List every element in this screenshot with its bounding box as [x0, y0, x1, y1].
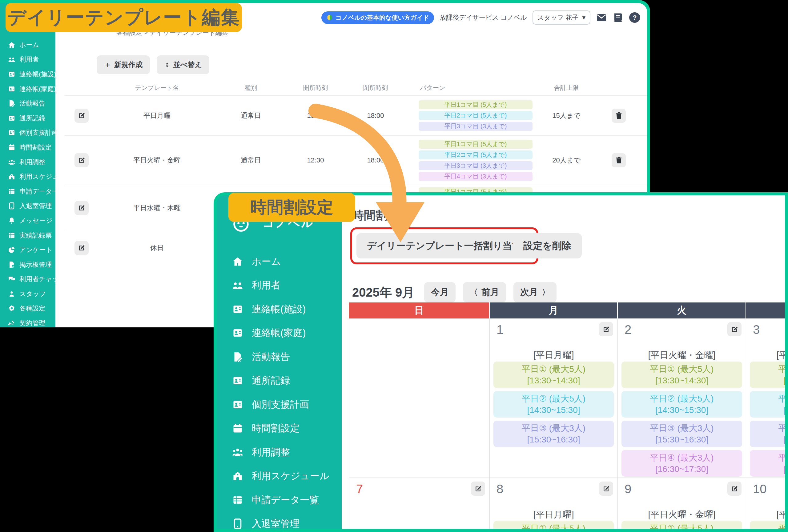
id-card-icon: [8, 85, 15, 93]
edit-day-button[interactable]: [599, 322, 613, 336]
sidebar-item-contact-family[interactable]: 連絡帳(家庭): [217, 321, 342, 345]
template-name: 平日水曜・木曜: [98, 203, 215, 212]
sidebar-item-application-data[interactable]: 申請データ一覧: [217, 488, 342, 512]
day-template-label: [平日火曜・金曜]: [618, 349, 746, 362]
sort-button[interactable]: 並べ替え: [157, 55, 209, 74]
time-slot: 平日① (最大5人)[13:30~14:30]: [622, 362, 742, 388]
next-month-button[interactable]: 次月〉: [513, 282, 556, 303]
edit-day-button[interactable]: [727, 322, 742, 336]
sidebar-item-usage-adjustment[interactable]: 利用調整: [217, 440, 342, 464]
id-card-icon: [232, 327, 243, 339]
sidebar-item-activity-report[interactable]: 活動報告: [217, 345, 342, 369]
sidebar-item-staff[interactable]: スタッフ: [0, 286, 55, 301]
edit-day-button[interactable]: [471, 482, 485, 496]
close-time: 18:00: [345, 156, 406, 164]
school-icon: [232, 470, 243, 482]
table-row: 平日月曜 通常日 13:00 18:00 平日1コマ目 (5人まで) 平日2コマ…: [65, 95, 647, 136]
edit-button[interactable]: [75, 109, 88, 123]
sidebar-item-label: 利用者チャット: [19, 275, 55, 283]
trash-icon: [615, 112, 623, 119]
calendar-cell[interactable]: 3 [平日水曜・木曜] 平日① (最大5人)[13:30~14:30] 平日② …: [746, 319, 785, 478]
edit-icon: [731, 326, 738, 333]
staff-select[interactable]: スタッフ 花子▾: [533, 11, 590, 25]
sidebar-item-home[interactable]: ホーム: [0, 38, 55, 52]
time-slot: 平日② (最大5人)[14:30~15:30]: [622, 391, 742, 417]
sidebar-item-home[interactable]: ホーム: [217, 249, 342, 273]
calendar-cell[interactable]: 2 [平日火曜・金曜] 平日① (最大5人)[13:30~14:30] 平日② …: [618, 319, 746, 478]
create-new-button[interactable]: ＋新規作成: [97, 55, 150, 74]
sidebar-item-timetable[interactable]: 時間割設定: [0, 140, 55, 155]
sidebar-item-label: 連絡帳(家庭): [19, 85, 55, 93]
sidebar-item-attendance-record[interactable]: 通所記録: [217, 369, 342, 393]
edit-icon: [603, 485, 610, 493]
sidebar-item-board-admin[interactable]: 掲示板管理: [0, 257, 55, 272]
id-card-icon: [232, 399, 243, 410]
edit-day-button[interactable]: [599, 482, 613, 496]
sidebar-item-support-plan[interactable]: 個別支援計画: [217, 393, 342, 416]
people-group-icon: [232, 447, 243, 458]
next-month-label: 次月: [520, 286, 538, 299]
sidebar-item-label: 通所記録: [252, 374, 290, 387]
sidebar-item-users[interactable]: 利用者: [217, 273, 342, 298]
sidebar-item-contact-facility[interactable]: 連絡帳(施設): [0, 67, 55, 82]
bell-icon: [8, 217, 15, 224]
sidebar-item-settings[interactable]: 各種設定: [0, 301, 55, 316]
delete-button[interactable]: [612, 153, 626, 167]
sidebar-item-label: ホーム: [19, 41, 39, 49]
sidebar-item-attendance-record[interactable]: 通所記録: [0, 111, 55, 125]
calendar-cell[interactable]: 1 [平日月曜] 平日① (最大5人)[13:30~14:30] 平日② (最大…: [490, 319, 618, 478]
sidebar-item-user-chat[interactable]: 利用者チャット: [0, 272, 55, 287]
edit-day-button[interactable]: [727, 482, 742, 496]
day-header-tuesday: 火: [618, 303, 746, 319]
calendar-cell[interactable]: [349, 319, 490, 478]
slot-time: [14:30~15:30]: [622, 405, 742, 416]
sidebar-item-survey[interactable]: アンケート: [0, 243, 55, 257]
sidebar-item-entry-exit[interactable]: 入退室管理: [0, 199, 55, 213]
slot-time: [13:30~14:30]: [493, 375, 614, 386]
calendar-cell[interactable]: 10 [平日水曜・木曜] 平日① (最大5人)[13:30~14:30]: [746, 478, 785, 529]
time-slot: 平日① (最大5人)[13:30~14:30]: [493, 362, 614, 388]
sidebar-item-record-sheet[interactable]: 実績記録票: [0, 228, 55, 243]
sidebar-item-contact-facility[interactable]: 連絡帳(施設): [217, 297, 342, 321]
calendar-cell[interactable]: 7: [349, 478, 490, 529]
day-number: 7: [356, 482, 363, 496]
prev-month-button[interactable]: 〈前月: [463, 282, 506, 303]
sidebar-item-users[interactable]: 利用者: [0, 52, 55, 67]
sidebar-item-messages[interactable]: メッセージ: [0, 213, 55, 228]
sidebar-item-label: ホーム: [252, 255, 281, 268]
sidebar-item-label: 利用調整: [19, 158, 45, 166]
sidebar-item-application-data[interactable]: 申請データ一覧: [0, 184, 55, 199]
sort-icon: [164, 62, 170, 68]
sidebar-item-activity-report[interactable]: 活動報告: [0, 96, 55, 111]
sort-label: 並べ替え: [173, 60, 202, 69]
pattern-pill: 平日3コマ目 (3人まで): [419, 161, 533, 170]
sidebar-item-support-plan[interactable]: 個別支援計画: [0, 125, 55, 140]
sidebar-item-timetable[interactable]: 時間割設定: [217, 416, 342, 441]
mail-icon[interactable]: [596, 12, 607, 23]
sidebar-item-contract[interactable]: 契約管理: [0, 316, 55, 327]
highlight-red-outline: デイリーテンプレート一括割り当て: [350, 227, 538, 264]
calendar-cell[interactable]: 8 [平日月曜] 平日① (最大5人)[13:30~14:30]: [490, 478, 618, 529]
manual-book-icon[interactable]: [613, 12, 624, 23]
timetable-main: 時間割設定 デイリーテンプレート一括割り当て 設定を削除 2025年 9月 今月…: [342, 196, 785, 529]
edit-button[interactable]: [75, 153, 88, 167]
sidebar-item-usage-adjustment[interactable]: 利用調整: [0, 155, 55, 169]
col-header-pattern: パターン: [406, 84, 545, 92]
day-number: 1: [496, 323, 503, 336]
slot-name: 平日① (最大5人): [622, 523, 742, 529]
calendar-cell[interactable]: 9 [平日火曜・金曜] 平日① (最大5人)[13:30~14:30]: [618, 478, 746, 529]
edit-button[interactable]: [75, 201, 88, 215]
edit-button[interactable]: [75, 241, 88, 255]
sidebar-item-label: 時間割設定: [19, 143, 52, 152]
help-icon[interactable]: ?: [629, 12, 640, 23]
sidebar-item-usage-schedule[interactable]: 利用スケジュール: [0, 169, 55, 184]
guide-badge[interactable]: コノベルの基本的な使い方ガイド: [321, 12, 434, 24]
day-template-label: [平日水曜・木曜]: [746, 509, 785, 521]
sidebar-item-usage-schedule[interactable]: 利用スケジュール: [217, 464, 342, 488]
this-month-button[interactable]: 今月: [424, 282, 456, 303]
bulk-assign-button[interactable]: デイリーテンプレート一括割り当て: [356, 233, 532, 259]
delete-settings-button[interactable]: 設定を削除: [513, 233, 582, 259]
sidebar-item-entry-exit[interactable]: 入退室管理: [217, 512, 342, 529]
delete-button[interactable]: [612, 109, 626, 123]
sidebar-item-contact-family[interactable]: 連絡帳(家庭): [0, 82, 55, 96]
